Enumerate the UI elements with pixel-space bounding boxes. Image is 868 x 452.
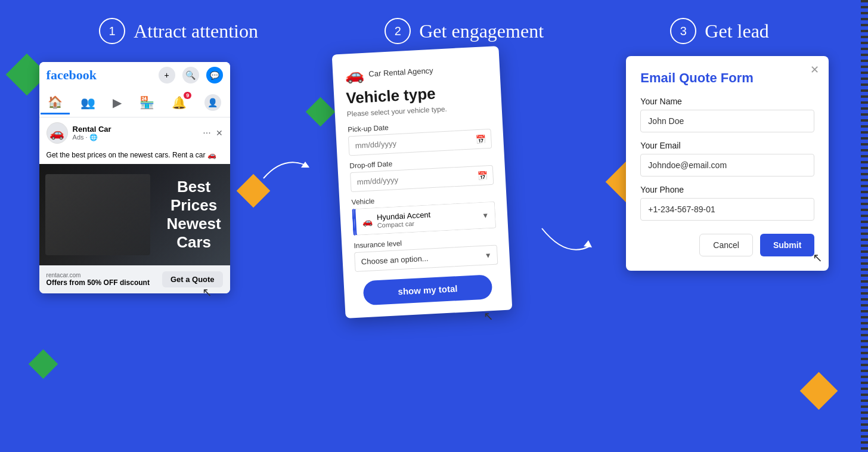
- step-2-label: 2 Get engagement: [385, 18, 544, 44]
- fb-post-image: Best Prices Newest Cars: [39, 164, 230, 265]
- vehicle-select[interactable]: 🚗 Hyundai Accent Compact car ▼: [354, 202, 496, 236]
- deco-green-diamond-2: [29, 349, 58, 379]
- agency-name: Car Rental Agency: [368, 66, 433, 79]
- step-3-label: 3 Get lead: [670, 18, 769, 44]
- fb-search-icon[interactable]: 🔍: [182, 67, 199, 83]
- fb-more-icon[interactable]: ···: [203, 128, 210, 138]
- fb-messenger-icon[interactable]: 💬: [206, 67, 223, 83]
- cursor-3: ↖: [813, 250, 823, 265]
- steps-row: 1 Attract attention 2 Get engagement 3 G…: [0, 0, 868, 44]
- form-panel: 🚗 Car Rental Agency Vehicle type Please …: [332, 46, 513, 318]
- vehicle-option: 🚗 Hyundai Accent Compact car: [362, 210, 432, 230]
- fb-nav-avatar[interactable]: 👤: [197, 91, 228, 114]
- arrow-2: [536, 216, 596, 264]
- email-input[interactable]: [640, 154, 814, 177]
- fb-post-info: Rental Car Ads · 🌐: [73, 125, 199, 141]
- phone-label: Your Phone: [640, 185, 814, 194]
- step-3-number: 3: [670, 18, 696, 44]
- phone-input[interactable]: [640, 198, 814, 221]
- form-header: 🚗 Car Rental Agency: [345, 58, 488, 85]
- car-rental-icon: 🚗: [345, 65, 365, 85]
- svg-marker-0: [301, 162, 309, 168]
- arrow-1: [261, 148, 314, 184]
- dropoff-field-wrapper: 📅: [350, 165, 494, 193]
- quote-title: Email Quote Form: [640, 70, 814, 86]
- panel-2-wrapper: 🚗 Car Rental Agency Vehicle type Please …: [339, 50, 506, 314]
- fb-cta-desc: Offers from 50% OFF discount: [46, 278, 150, 287]
- content-row: facebook + 🔍 💬 🏠 👥 ▶ 🏪 🔔 9 👤: [0, 44, 868, 314]
- fb-close-icon[interactable]: ✕: [216, 128, 223, 138]
- quote-buttons: Cancel Submit: [640, 234, 814, 256]
- facebook-panel: facebook + 🔍 💬 🏠 👥 ▶ 🏪 🔔 9 👤: [39, 62, 230, 293]
- submit-button[interactable]: Submit: [760, 234, 814, 256]
- name-input[interactable]: [640, 110, 814, 132]
- fb-cta-url: rentacar.com: [46, 272, 150, 278]
- fb-post-meta: Ads · 🌐: [73, 134, 199, 141]
- car-small-icon: 🚗: [362, 216, 373, 227]
- calendar-icon: 📅: [475, 134, 486, 144]
- fb-image-overlay: Best Prices Newest Cars: [167, 178, 221, 252]
- quote-panel: ✕ Email Quote Form Your Name Your Email …: [626, 56, 829, 271]
- get-quote-button[interactable]: Get a Quote: [162, 271, 223, 287]
- dropoff-date-input[interactable]: [350, 165, 494, 193]
- pickup-date-input[interactable]: [348, 129, 492, 156]
- cursor-2: ↖: [483, 309, 494, 323]
- step-1-number: 1: [99, 18, 125, 44]
- step-1-label: 1 Attract attention: [99, 18, 258, 44]
- fb-post-name: Rental Car: [73, 125, 199, 134]
- vehicle-option-text: Hyundai Accent Compact car: [377, 210, 432, 229]
- arrow-1-wrapper: [261, 148, 308, 187]
- panel-3-wrapper: ✕ Email Quote Form Your Name Your Email …: [626, 56, 829, 271]
- vehicle-select-wrapper: 🚗 Hyundai Accent Compact car ▼: [352, 202, 496, 236]
- cancel-button[interactable]: Cancel: [699, 234, 753, 256]
- facebook-logo: facebook: [46, 67, 97, 83]
- fb-nav: 🏠 👥 ▶ 🏪 🔔 9 👤: [39, 88, 230, 117]
- insurance-select[interactable]: Choose an option...: [354, 245, 498, 273]
- fb-image-text: Best Prices Newest Cars: [167, 178, 221, 252]
- step-1-text: Attract attention: [134, 20, 258, 42]
- insurance-chevron-icon: ▼: [484, 251, 492, 260]
- fb-post-header: 🚗 Rental Car Ads · 🌐 ··· ✕: [39, 117, 230, 148]
- fb-post-avatar: 🚗: [46, 122, 68, 144]
- deco-orange-diamond-3: [800, 372, 838, 410]
- name-label: Your Name: [640, 97, 814, 106]
- fb-nav-shop[interactable]: 🏪: [132, 91, 162, 114]
- quote-close-button[interactable]: ✕: [810, 63, 819, 76]
- arrow-2-wrapper: [536, 216, 596, 267]
- insurance-select-wrapper: Choose an option... ▼: [354, 245, 498, 273]
- calendar-icon-2: 📅: [477, 171, 488, 181]
- fb-add-icon[interactable]: +: [159, 67, 175, 83]
- step-3-text: Get lead: [705, 20, 769, 42]
- panel-1-wrapper: facebook + 🔍 💬 🏠 👥 ▶ 🏪 🔔 9 👤: [39, 56, 230, 293]
- fb-nav-video[interactable]: ▶: [106, 91, 129, 114]
- fb-nav-friends[interactable]: 👥: [73, 91, 103, 114]
- fb-header: facebook + 🔍 💬: [39, 62, 230, 88]
- fb-post-text: Get the best prices on the newest cars. …: [39, 148, 230, 164]
- cursor-1: ↖: [202, 285, 212, 299]
- fb-post-actions: ··· ✕: [203, 128, 222, 138]
- vehicle-chevron-icon: ▼: [482, 211, 489, 220]
- step-2-number: 2: [385, 18, 411, 44]
- step-2-text: Get engagement: [419, 20, 544, 42]
- show-total-button[interactable]: show my total: [363, 274, 493, 305]
- fb-cta-bar: rentacar.com Offers from 50% OFF discoun…: [39, 265, 230, 293]
- fb-header-icons: + 🔍 💬: [159, 67, 223, 83]
- fb-nav-home[interactable]: 🏠: [41, 91, 70, 114]
- fb-notification-badge: 9: [184, 92, 191, 99]
- svg-marker-1: [584, 240, 592, 247]
- fb-cta-info: rentacar.com Offers from 50% OFF discoun…: [46, 272, 150, 287]
- pickup-field-wrapper: 📅: [348, 129, 492, 156]
- fb-nav-bell[interactable]: 🔔 9: [165, 91, 194, 114]
- email-label: Your Email: [640, 141, 814, 150]
